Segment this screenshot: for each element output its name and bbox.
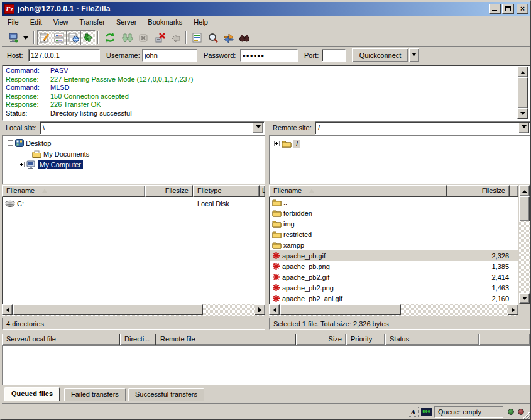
directory-comparison-button[interactable] [205, 30, 221, 45]
scroll-thumb[interactable] [517, 77, 528, 108]
remote-hscrollbar[interactable] [269, 304, 518, 316]
combo-dropdown-button[interactable] [518, 123, 529, 133]
title-bar[interactable]: Fz john@127.0.0.1 - FileZilla × [2, 2, 530, 16]
column-header-direction[interactable]: Directi... [120, 334, 156, 345]
scroll-up-button[interactable] [517, 67, 528, 77]
menu-transfer[interactable]: Transfer [74, 17, 111, 27]
toggle-local-tree-button[interactable] [52, 30, 67, 45]
local-site-combo[interactable]: \ [40, 121, 265, 135]
find-files-button[interactable] [237, 30, 252, 45]
scroll-thumb[interactable] [519, 196, 530, 221]
remote-tree: / [269, 135, 530, 184]
cancel-operation-button[interactable] [136, 30, 151, 45]
minimize-button[interactable] [489, 4, 501, 14]
column-header-status[interactable]: Status [385, 334, 479, 345]
menu-help[interactable]: Help [188, 17, 214, 27]
column-header-remote-file[interactable]: Remote file [156, 334, 296, 345]
column-header-priority[interactable]: Priority [346, 334, 385, 345]
file-size: 1,463 [449, 284, 509, 292]
scroll-thumb[interactable] [13, 304, 203, 315]
site-manager-dropdown-button[interactable] [21, 30, 30, 45]
remote-file-row[interactable]: apache_pb2.png1,463 [270, 282, 518, 293]
maximize-button[interactable] [502, 4, 514, 14]
speed-limits-icon[interactable]: 500 [421, 408, 432, 416]
queue-list[interactable] [2, 345, 530, 385]
local-hscrollbar[interactable] [2, 304, 265, 316]
site-manager-button[interactable] [6, 30, 21, 45]
reconnect-button[interactable] [168, 30, 183, 45]
synchronized-browsing-button[interactable] [221, 30, 236, 45]
menu-edit[interactable]: Edit [25, 17, 48, 27]
remote-file-row[interactable]: .. [270, 197, 518, 207]
remote-file-row[interactable]: img [270, 218, 518, 229]
tree-item-root[interactable]: / [274, 138, 300, 149]
tree-item-my-documents[interactable]: My Documents [30, 148, 89, 159]
column-header-size[interactable]: Size [296, 334, 346, 345]
close-button[interactable]: × [517, 4, 528, 14]
disconnect-button[interactable] [153, 30, 168, 45]
menu-server[interactable]: Server [111, 17, 142, 27]
menu-view[interactable]: View [48, 17, 74, 27]
column-header-filetype[interactable]: Filetype [193, 185, 260, 197]
scroll-down-button[interactable] [519, 293, 530, 304]
column-header-filename[interactable]: Filename [2, 185, 145, 197]
image-file-icon [272, 294, 280, 302]
scroll-right-button[interactable] [255, 304, 265, 315]
filter-button[interactable] [190, 30, 205, 45]
remote-file-row[interactable]: forbidden [270, 207, 518, 218]
chevron-down-icon [522, 125, 527, 131]
menu-bookmarks[interactable]: Bookmarks [142, 17, 188, 27]
password-input[interactable] [240, 49, 298, 62]
local-file-row[interactable]: C: Local Disk [3, 198, 265, 209]
username-input[interactable] [142, 49, 197, 62]
remote-vscrollbar[interactable] [519, 185, 530, 304]
log-scrollbar[interactable] [517, 67, 528, 119]
message-log: Command:PASV Response:227 Entering Passi… [2, 65, 530, 121]
scroll-down-button[interactable] [517, 108, 528, 119]
column-header-server-local-file[interactable]: Server/Local file [2, 334, 120, 345]
file-size: 2,160 [449, 295, 509, 302]
scroll-up-button[interactable] [519, 185, 530, 196]
menu-file[interactable]: File [2, 17, 25, 27]
remote-file-row[interactable]: restricted [270, 229, 518, 240]
triangle-left-icon [4, 307, 9, 312]
toggle-remote-tree-button[interactable] [66, 30, 81, 45]
host-input[interactable] [28, 49, 100, 62]
expand-expander[interactable] [274, 141, 280, 146]
collapse-expander[interactable] [8, 140, 13, 146]
combo-dropdown-button[interactable] [253, 123, 263, 133]
quickconnect-dropdown-button[interactable] [409, 48, 419, 62]
scroll-left-button[interactable] [2, 304, 13, 315]
file-name: apache_pb2.png [282, 284, 334, 292]
tree-item-desktop[interactable]: Desktop [8, 138, 51, 148]
column-header-last-modified[interactable]: L [260, 185, 265, 197]
remote-file-row-selected[interactable]: apache_pb.gif2,326 [270, 250, 518, 261]
toggle-message-log-button[interactable] [37, 30, 52, 45]
port-input[interactable] [322, 49, 346, 62]
local-tree-icon [53, 32, 65, 43]
tab-failed-transfers[interactable]: Failed transfers [64, 388, 126, 401]
remote-site-combo[interactable]: / [315, 121, 530, 135]
tab-successful-transfers[interactable]: Successful transfers [128, 388, 204, 401]
image-file-icon [272, 284, 280, 292]
remote-file-row[interactable]: xampp [270, 240, 518, 250]
scroll-right-button[interactable] [508, 304, 518, 315]
column-header-filesize[interactable]: Filesize [145, 185, 193, 197]
toggle-transfer-queue-button[interactable] [80, 30, 96, 45]
data-type-indicator-icon[interactable]: A [408, 407, 419, 417]
triangle-down-icon [522, 297, 527, 302]
tab-queued-files[interactable]: Queued files [4, 387, 60, 401]
remote-file-row[interactable]: apache_pb2.gif2,414 [270, 272, 518, 282]
quickconnect-button[interactable]: Quickconnect [352, 48, 408, 62]
scroll-left-button[interactable] [269, 304, 280, 315]
column-header-filesize[interactable]: Filesize [447, 185, 510, 197]
expand-expander[interactable] [19, 162, 25, 167]
file-size: 2,414 [449, 274, 509, 281]
remote-file-row[interactable]: apache_pb2_ani.gif2,160 [270, 293, 518, 304]
tree-item-my-computer[interactable]: My Computer [19, 159, 83, 170]
refresh-button[interactable] [102, 30, 118, 45]
column-header-filename[interactable]: Filename [269, 185, 447, 197]
scroll-thumb[interactable] [280, 304, 401, 315]
remote-file-row[interactable]: apache_pb.png1,385 [270, 261, 518, 272]
process-queue-button[interactable] [120, 30, 135, 45]
